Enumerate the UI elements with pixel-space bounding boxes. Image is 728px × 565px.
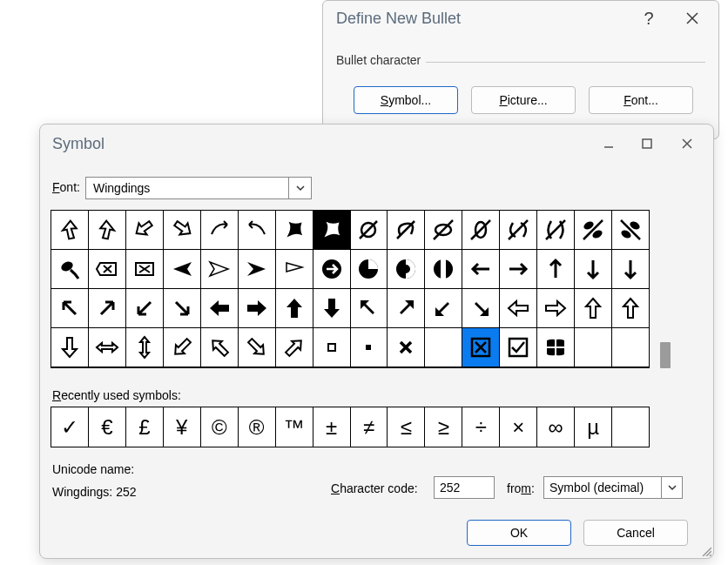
symbol-cell[interactable] <box>537 289 575 328</box>
recent-label: Recently used symbols: <box>52 388 181 402</box>
symbol-cell[interactable] <box>276 250 313 289</box>
symbol-cell[interactable] <box>239 211 276 250</box>
from-combo[interactable]: Symbol (decimal) <box>543 476 683 499</box>
symbol-cell[interactable] <box>388 328 425 367</box>
symbol-cell[interactable] <box>239 328 276 367</box>
symbol-cell[interactable] <box>388 289 425 328</box>
symbol-cell[interactable] <box>201 328 239 367</box>
symbol-cell[interactable] <box>351 289 388 328</box>
symbol-cell[interactable] <box>51 250 89 289</box>
recent-symbol-cell[interactable]: ∞ <box>537 407 575 447</box>
recent-symbol-cell[interactable]: ≥ <box>425 407 462 447</box>
symbol-cell[interactable] <box>351 211 388 250</box>
symbol-cell[interactable] <box>575 328 612 367</box>
recent-symbol-cell[interactable]: £ <box>126 407 164 447</box>
symbol-cell[interactable] <box>500 328 537 367</box>
symbol-cell[interactable] <box>462 328 500 367</box>
symbol-cell[interactable] <box>612 289 650 328</box>
recent-symbol-cell[interactable]: € <box>89 407 126 447</box>
symbol-cell[interactable] <box>425 328 462 367</box>
scrollbar-thumb[interactable] <box>660 342 671 368</box>
symbol-cell[interactable] <box>51 328 89 367</box>
symbol-cell[interactable] <box>276 328 313 367</box>
symbol-cell[interactable] <box>462 211 500 250</box>
symbol-cell[interactable] <box>164 250 201 289</box>
symbol-cell[interactable] <box>575 250 612 289</box>
symbol-cell[interactable] <box>462 289 500 328</box>
picture-button[interactable]: Picture... <box>471 86 576 114</box>
resize-grip[interactable] <box>699 544 711 556</box>
symbol-cell[interactable] <box>164 328 201 367</box>
recent-symbol-cell[interactable]: ™ <box>276 407 313 447</box>
symbol-cell[interactable] <box>89 328 126 367</box>
recent-symbol-cell[interactable]: ≠ <box>351 407 388 447</box>
font-button[interactable]: Font... <box>589 86 693 114</box>
symbol-cell[interactable] <box>51 289 89 328</box>
symbol-button[interactable]: Symbol... <box>354 86 458 114</box>
symbol-cell[interactable] <box>239 250 276 289</box>
recent-symbol-cell[interactable]: ¥ <box>164 407 201 447</box>
symbol-cell[interactable] <box>612 211 650 250</box>
font-combo[interactable]: Wingdings <box>85 177 312 199</box>
symbol-cell[interactable] <box>239 289 276 328</box>
cancel-button[interactable]: Cancel <box>583 520 688 546</box>
symbol-cell[interactable] <box>351 328 388 367</box>
symbol-cell[interactable] <box>89 289 126 328</box>
symbol-cell[interactable] <box>313 250 351 289</box>
symbol-cell[interactable] <box>276 289 313 328</box>
help-button[interactable]: ? <box>631 1 666 36</box>
symbol-cell[interactable] <box>89 250 126 289</box>
symbol-cell[interactable] <box>500 211 537 250</box>
symbol-cell[interactable] <box>388 211 425 250</box>
character-code-input[interactable]: 252 <box>434 476 495 499</box>
scrollbar[interactable] <box>657 210 671 368</box>
symbol-cell[interactable] <box>425 250 462 289</box>
maximize-button[interactable] <box>630 128 664 159</box>
recent-symbol-cell[interactable]: µ <box>575 407 612 447</box>
symbol-cell[interactable] <box>462 250 500 289</box>
symbol-dialog: Symbol Font: Wingdings <box>39 124 714 559</box>
close-button[interactable] <box>670 128 704 159</box>
symbol-cell[interactable] <box>500 250 537 289</box>
symbol-cell[interactable] <box>126 289 164 328</box>
symbol-cell[interactable] <box>89 211 126 250</box>
symbol-cell[interactable] <box>313 328 351 367</box>
symbol-cell[interactable] <box>201 211 239 250</box>
symbol-cell[interactable] <box>126 328 164 367</box>
symbol-cell[interactable] <box>388 250 425 289</box>
symbol-cell[interactable] <box>126 250 164 289</box>
symbol-cell[interactable] <box>164 211 201 250</box>
symbol-cell[interactable] <box>126 211 164 250</box>
symbol-cell[interactable] <box>313 211 351 250</box>
recent-symbol-cell[interactable]: ® <box>239 407 276 447</box>
symbol-cell[interactable] <box>612 328 650 367</box>
symbol-cell[interactable] <box>575 211 612 250</box>
symbol-cell[interactable] <box>425 211 462 250</box>
symbol-cell[interactable] <box>51 211 89 250</box>
symbol-cell[interactable] <box>164 289 201 328</box>
symbol-cell[interactable] <box>276 211 313 250</box>
symbol-cell[interactable] <box>537 211 575 250</box>
symbol-grid <box>51 210 650 368</box>
symbol-cell[interactable] <box>351 250 388 289</box>
symbol-cell[interactable] <box>612 250 650 289</box>
symbol-cell[interactable] <box>313 289 351 328</box>
recent-symbol-cell[interactable]: ✓ <box>51 407 89 447</box>
symbol-cell[interactable] <box>425 289 462 328</box>
recent-symbol-cell[interactable]: ÷ <box>462 407 500 447</box>
symbol-cell[interactable] <box>500 289 537 328</box>
font-value: Wingdings <box>86 181 288 195</box>
symbol-cell[interactable] <box>537 328 575 367</box>
symbol-cell[interactable] <box>575 289 612 328</box>
recent-symbol-cell[interactable]: × <box>500 407 537 447</box>
close-button[interactable] <box>673 1 711 36</box>
minimize-button[interactable] <box>591 128 626 159</box>
ok-button[interactable]: OK <box>467 520 571 546</box>
symbol-cell[interactable] <box>201 289 239 328</box>
recent-symbol-cell[interactable] <box>612 407 650 447</box>
recent-symbol-cell[interactable]: © <box>201 407 239 447</box>
recent-symbol-cell[interactable]: ± <box>313 407 351 447</box>
symbol-cell[interactable] <box>537 250 575 289</box>
recent-symbol-cell[interactable]: ≤ <box>388 407 425 447</box>
symbol-cell[interactable] <box>201 250 239 289</box>
